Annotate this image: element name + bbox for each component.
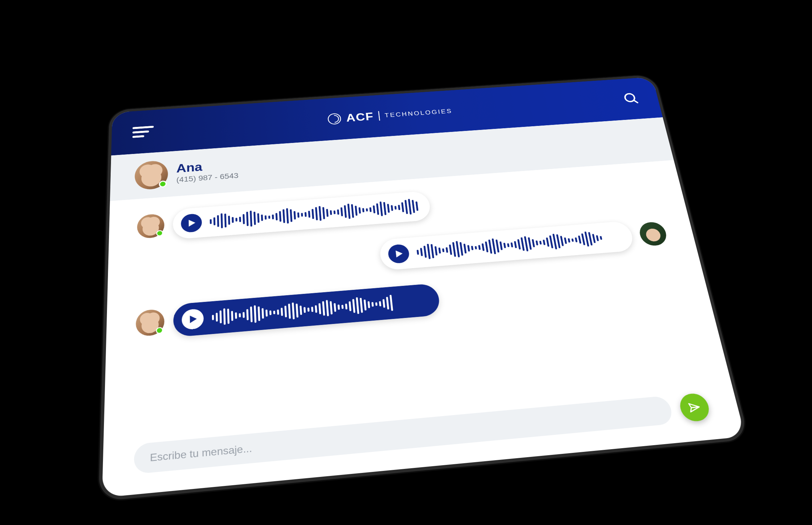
online-status-dot bbox=[156, 327, 163, 334]
brand-subtitle: TECHNOLOGIES bbox=[385, 107, 453, 119]
message-avatar-agent[interactable] bbox=[638, 222, 669, 247]
globe-icon bbox=[327, 113, 341, 125]
message-avatar-ana[interactable] bbox=[136, 309, 164, 336]
brand-divider bbox=[378, 111, 380, 121]
voice-message-bubble[interactable] bbox=[173, 191, 432, 239]
message-input[interactable] bbox=[134, 395, 674, 474]
brand-name: ACF bbox=[346, 110, 374, 124]
search-icon[interactable] bbox=[622, 91, 640, 106]
voice-message-bubble[interactable] bbox=[173, 283, 441, 337]
chat-app-device: ACF TECHNOLOGIES Ana (415) 987 - 6543 bbox=[102, 77, 745, 498]
message-avatar-ana[interactable] bbox=[137, 213, 164, 239]
play-icon[interactable] bbox=[182, 308, 204, 330]
online-status-dot bbox=[156, 230, 163, 237]
contact-avatar[interactable] bbox=[135, 160, 168, 190]
online-status-dot bbox=[159, 180, 167, 188]
svg-line-2 bbox=[691, 407, 699, 407]
chat-thread bbox=[102, 160, 745, 498]
waveform bbox=[212, 294, 393, 326]
menu-icon[interactable] bbox=[132, 123, 154, 140]
svg-line-1 bbox=[634, 100, 638, 103]
brand-logo-block: ACF TECHNOLOGIES bbox=[327, 105, 453, 125]
voice-message-bubble[interactable] bbox=[379, 221, 635, 271]
waveform bbox=[416, 230, 604, 260]
waveform bbox=[209, 198, 419, 230]
play-icon[interactable] bbox=[181, 213, 202, 233]
play-icon[interactable] bbox=[388, 244, 410, 264]
send-icon bbox=[687, 401, 702, 414]
composer bbox=[102, 377, 745, 498]
send-button[interactable] bbox=[677, 392, 712, 422]
